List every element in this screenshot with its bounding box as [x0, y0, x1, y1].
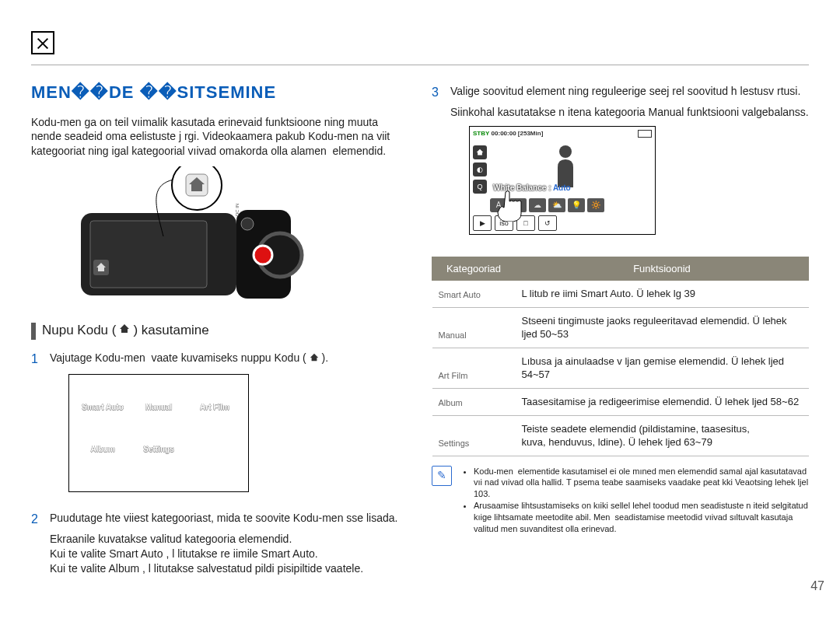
step-2: Puudutage hte viiest kategooriast, mida …	[31, 511, 408, 576]
step-2-text: Puudutage hte viiest kategooriast, mida …	[50, 512, 397, 524]
step-2-sub-1: Ekraanile kuvatakse valitud kategooria e…	[50, 532, 408, 547]
table-head-category: Kategooriad	[432, 257, 516, 281]
table-cat-0: Smart Auto	[432, 281, 516, 308]
svg-text:DC IN: DC IN	[235, 204, 240, 216]
step-2-sub-3b: , l litutakse salvestatud pildi pisipilt…	[142, 562, 363, 575]
info-icon: ✎	[432, 466, 452, 486]
step-2-sub-2a: Kui te valite	[50, 547, 109, 560]
page-header-bar	[31, 31, 809, 65]
table-row: Album Taasesitamise ja redigeerimise ele…	[432, 388, 809, 415]
intro-paragraph: Kodu-men ga on teil vıimalik kasutada er…	[31, 115, 408, 159]
wb-option-cloudy: ☁	[529, 198, 546, 212]
table-cat-4: Settings	[432, 415, 516, 456]
manual-page: MEN��DE ��SITSEMINE Kodu-men ga on teil …	[31, 31, 809, 586]
wb-option-tungsten: 🔆	[587, 198, 604, 212]
table-desc-1: Stseeni tingimuste jaoks reguleeritavad …	[516, 307, 809, 348]
preview-subject-icon	[550, 144, 581, 187]
menu-item-art-film: Art Film	[191, 390, 239, 425]
right-column: Valige soovitud element ning reguleerige…	[432, 81, 809, 587]
step-1-text-c: ).	[322, 351, 329, 364]
missing-glyph-icon	[31, 31, 54, 54]
step-2-sub-3a: Kui te valite	[50, 562, 109, 575]
info-item-2: Arusaamise lihtsustamiseks on kıiki sell…	[474, 500, 809, 535]
preview-bottom-1: ▶	[473, 215, 492, 231]
menu-item-smart-auto: Smart Auto	[79, 390, 127, 425]
wb-option-shade: ⛅	[548, 198, 565, 212]
home-icon	[119, 323, 130, 338]
step-1: Vajutage Kodu-men vaate kuvamiseks nuppu…	[31, 351, 408, 500]
step-1-term-kodu: Kodu	[274, 351, 299, 364]
info-note: ✎ Kodu-men elementide kasutamisel ei ole…	[432, 466, 809, 535]
step-1-text-a: Vajutage Kodu-men vaate kuvamiseks nuppu	[50, 351, 274, 364]
step-2-sub-2-term: Smart Auto	[109, 547, 163, 560]
heading-bar-icon	[31, 323, 36, 340]
table-desc-2: Lıbusa ja ainulaadse v ljan gemise eleme…	[516, 348, 809, 388]
step-1-text-b: (	[303, 351, 310, 364]
preview-bottom-4: ↺	[538, 215, 557, 231]
menu-item-settings: Settings	[135, 432, 183, 467]
table-row: Art Film Lıbusa ja ainulaadse v ljan gem…	[432, 348, 809, 388]
menu-item-manual: Manual	[135, 390, 183, 425]
menu-item-empty	[191, 432, 239, 467]
table-head-function: Funktsioonid	[516, 257, 809, 281]
table-cat-1: Manual	[432, 307, 516, 348]
preview-time: 00:00:00	[492, 130, 516, 137]
step-2-sub-3-term: Album	[109, 562, 140, 575]
step-3-text: Valige soovitud element ning reguleerige…	[450, 85, 800, 97]
battery-icon	[638, 130, 652, 138]
screen-preview-illustration: STBY 00:00:00 [253Min] ◐	[469, 126, 656, 235]
home-menu-illustration: Smart Auto Manual Art Film Album Setting…	[68, 374, 249, 492]
preview-zoom-icon: Q	[473, 180, 487, 194]
step-3: Valige soovitud element ning reguleerige…	[432, 84, 809, 246]
touch-hand-icon	[496, 190, 523, 222]
step-3-sub: Siinkohal kasutatakse n itena kategooria…	[450, 106, 809, 118]
preview-stby-label: STBY	[473, 130, 489, 137]
camera-illustration: DC IN	[47, 166, 342, 306]
step-2-sub-2b: , l litutakse re iimile Smart Auto.	[166, 547, 317, 560]
table-cat-3: Album	[432, 388, 516, 415]
table-desc-4: Teiste seadete elemendid (pildistamine, …	[516, 415, 809, 456]
section-heading-prefix: Nupu Kodu (	[42, 322, 116, 340]
preview-wb-icon: ◐	[473, 162, 487, 176]
svg-point-5	[254, 246, 272, 264]
wb-option-fluorescent: 💡	[568, 198, 585, 212]
table-desc-0: L litub re iimi Smart Auto. Ü lehek lg 3…	[516, 281, 809, 308]
page-number: 47	[810, 578, 824, 595]
table-row: Manual Stseeni tingimuste jaoks reguleer…	[432, 307, 809, 348]
table-row: Smart Auto L litub re iimi Smart Auto. Ü…	[432, 281, 809, 308]
category-table: Kategooriad Funktsioonid Smart Auto L li…	[432, 257, 809, 456]
section-heading-suffix: ) kasutamine	[133, 322, 208, 340]
info-item-1: Kodu-men elementide kasutamisel ei ole m…	[474, 466, 809, 501]
svg-rect-1	[90, 221, 207, 288]
table-row: Settings Teiste seadete elemendid (pildi…	[432, 415, 809, 456]
table-cat-2: Art Film	[432, 348, 516, 388]
svg-point-10	[559, 145, 572, 158]
left-column: MEN��DE ��SITSEMINE Kodu-men ga on teil …	[31, 81, 408, 587]
menu-item-album: Album	[79, 432, 127, 467]
chapter-title: MEN��DE ��SITSEMINE	[31, 81, 408, 104]
svg-point-6	[241, 218, 254, 230]
preview-home-icon	[473, 145, 487, 159]
home-icon-inline	[310, 351, 319, 366]
preview-remain: [253Min]	[518, 130, 543, 137]
table-desc-3: Taasesitamise ja redigeerimise elemendid…	[516, 388, 809, 415]
section-heading: Nupu Kodu ( ) kasutamine	[31, 322, 408, 340]
